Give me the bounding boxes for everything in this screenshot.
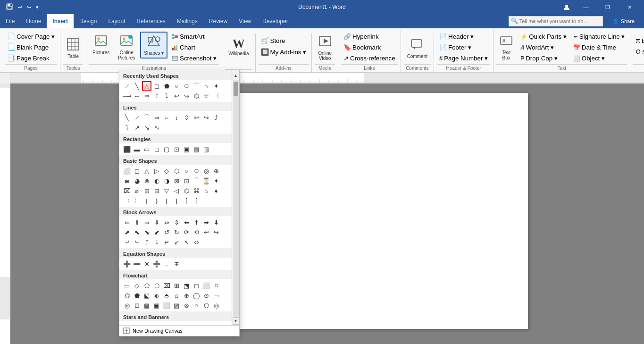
shape-item[interactable]: ✕ (142, 259, 151, 268)
shape-item[interactable]: ⬋ (152, 227, 161, 237)
shape-item[interactable]: ↖ (182, 237, 191, 247)
pictures-button[interactable]: Pictures (89, 32, 113, 58)
shape-item[interactable]: ↻ (172, 227, 181, 237)
shape-item[interactable]: ⟿ (122, 91, 132, 101)
shape-item[interactable]: ⬆ (192, 218, 201, 227)
shape-item[interactable]: ⬡ (172, 166, 181, 176)
shape-item[interactable]: ⬭ (182, 81, 191, 91)
shapes-button[interactable]: Shapes ▾ (140, 32, 167, 59)
shape-item[interactable]: ◻ (152, 81, 161, 91)
shape-item[interactable]: ◐ (152, 176, 161, 185)
shape-item[interactable]: ▭ (211, 291, 221, 300)
shape-item[interactable]: ⬄ (192, 237, 201, 247)
date-time-button[interactable]: 📅Date & Time (571, 42, 627, 52)
shape-item[interactable]: ⬅ (182, 218, 191, 227)
shape-item[interactable]: ↪ (211, 227, 221, 237)
symbol-button[interactable]: ΩSymbol ▾ (633, 47, 644, 57)
shape-item[interactable]: ╲ (132, 81, 142, 91)
new-drawing-canvas-button[interactable]: New Drawing Canvas (119, 325, 239, 336)
shape-item[interactable]: ⌒ (192, 81, 201, 91)
shape-item[interactable]: ✩ (162, 322, 171, 325)
shape-item[interactable]: ▣ (182, 144, 191, 154)
shape-item[interactable]: ⊡ (132, 301, 142, 310)
shape-item[interactable]: ⇔ (162, 218, 171, 227)
shape-item[interactable]: ⇓ (152, 218, 161, 227)
equation-button[interactable]: πEquation ▾ (633, 35, 644, 46)
scrollbar-up-button[interactable]: ▲ (233, 72, 239, 79)
shape-item[interactable]: ▭ (122, 281, 132, 290)
close-button[interactable]: ✕ (619, 0, 640, 14)
shape-item[interactable]: ⌈ (182, 196, 191, 205)
shape-item[interactable]: ⌬ (192, 91, 201, 101)
shape-item[interactable]: ⌧ (162, 281, 171, 290)
shape-item-selected[interactable]: △ (142, 81, 151, 91)
scrollbar-track[interactable] (233, 80, 239, 317)
doc-canvas[interactable] (10, 84, 644, 344)
shape-item[interactable]: ◻ (152, 144, 161, 154)
signature-line-button[interactable]: ✒Signature Line ▾ (571, 32, 627, 42)
shape-item[interactable]: ◯ (192, 291, 201, 300)
cover-page-button[interactable]: 📄Cover Page ▾ (5, 31, 57, 42)
shape-item[interactable]: ] (172, 196, 181, 205)
shape-item[interactable]: ⬕ (142, 291, 151, 300)
shape-item[interactable]: ⬊ (142, 227, 151, 237)
shape-item[interactable]: ♦ (211, 186, 221, 195)
shape-item[interactable]: ✦ (211, 81, 221, 91)
shape-item[interactable]: ⬡ (152, 281, 161, 290)
shape-item[interactable]: ⟋ (122, 81, 132, 91)
footer-button[interactable]: 📄Footer ▾ (437, 42, 474, 52)
shape-item[interactable]: ⊠ (172, 176, 181, 185)
shape-item[interactable]: ☆ (152, 322, 161, 325)
shape-item[interactable]: ➕ (122, 259, 132, 268)
shape-item[interactable]: ⬜ (162, 301, 171, 310)
shape-item[interactable]: ⊡ (172, 144, 181, 154)
shape-item[interactable]: ⌬ (122, 291, 132, 300)
shape-item[interactable]: ⌒ (192, 176, 201, 185)
shape-item[interactable]: ◁ (172, 186, 181, 195)
tab-developer[interactable]: Developer (257, 14, 294, 28)
text-box-button[interactable]: A TextBox (496, 32, 516, 63)
shape-item[interactable]: ⊗ (142, 176, 151, 185)
shape-item[interactable]: ✧ (132, 322, 142, 325)
shape-item[interactable]: ⇒ (142, 218, 151, 227)
shape-item[interactable]: ⬇ (211, 218, 221, 227)
page-number-button[interactable]: #Page Number ▾ (437, 53, 490, 63)
object-button[interactable]: ⬜Object ▾ (571, 53, 627, 63)
tab-file[interactable]: File (0, 14, 20, 28)
shape-item[interactable]: ↔ (162, 113, 171, 122)
shape-item[interactable]: ↔ (132, 91, 142, 101)
shape-item[interactable]: ◻ (192, 281, 201, 290)
shape-item[interactable]: ○ (182, 166, 191, 176)
drop-cap-button[interactable]: PDrop Cap ▾ (518, 53, 569, 63)
shape-item[interactable]: ✮ (211, 322, 221, 325)
qat-customize-button[interactable]: ▾ (34, 3, 41, 11)
shape-item[interactable]: ▤ (142, 301, 151, 310)
undo-button[interactable]: ↩ (16, 3, 24, 11)
shape-item[interactable]: ⌧ (122, 186, 132, 195)
shape-item[interactable]: ⬖ (152, 291, 161, 300)
shape-item[interactable]: ▣ (152, 301, 161, 310)
shape-item[interactable]: ▬ (132, 144, 142, 154)
shape-item[interactable]: ▤ (192, 144, 201, 154)
dropdown-scroll[interactable]: Recently Used Shapes ⟋ ╲ △ ◻ ⬟ ○ ⬭ ⌒ ⌂ ✦… (119, 70, 232, 325)
shape-item[interactable]: ⬟ (162, 81, 171, 91)
screenshot-button[interactable]: Screenshot ▾ (169, 53, 219, 63)
shape-item[interactable]: ⟋ (132, 113, 142, 122)
shape-item[interactable]: ↕ (172, 113, 181, 122)
shape-item[interactable]: ╲ (122, 113, 132, 122)
shape-item[interactable]: ⬈ (122, 227, 132, 237)
shape-item[interactable]: ○ (192, 301, 201, 310)
store-button[interactable]: 🛒Store (259, 35, 288, 46)
shape-item[interactable]: ✪ (172, 322, 181, 325)
scrollbar-thumb[interactable] (234, 82, 238, 96)
shape-item[interactable]: ⊟ (152, 186, 161, 195)
shape-item[interactable]: ⬔ (182, 281, 191, 290)
online-video-button[interactable]: OnlineVideo (315, 32, 335, 63)
shape-item[interactable]: ⬠ (142, 281, 151, 290)
shape-item[interactable]: ⟲ (192, 227, 201, 237)
shape-item[interactable]: ⇑ (132, 218, 142, 227)
shape-item[interactable]: ↵ (162, 237, 171, 247)
tab-layout[interactable]: Layout (102, 14, 131, 28)
share-button[interactable]: 👤Share (607, 16, 640, 27)
shape-item[interactable]: ⬉ (132, 227, 142, 237)
